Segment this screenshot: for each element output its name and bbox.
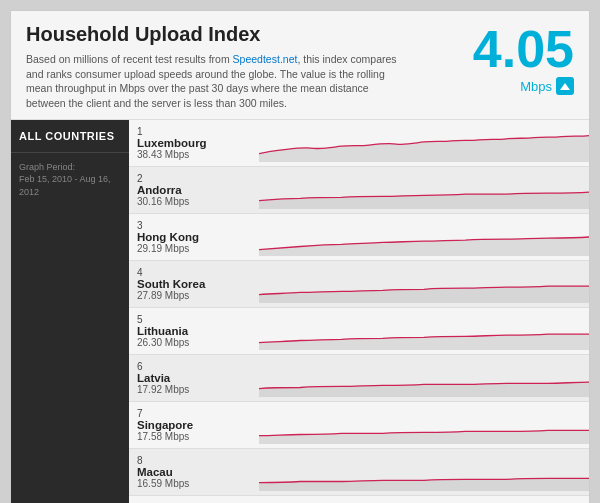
country-rank: 2: [137, 173, 251, 184]
country-speed: 30.16 Mbps: [137, 196, 251, 207]
speed-chart: [259, 124, 589, 162]
main-container: Household Upload Index Based on millions…: [10, 10, 590, 503]
speed-chart: [259, 265, 589, 303]
country-name: Hong Kong: [137, 231, 251, 243]
table-row[interactable]: 4South Korea27.89 Mbps: [129, 261, 589, 308]
countries-list: 1Luxembourg38.43 Mbps2Andorra30.16 Mbps3…: [129, 120, 589, 503]
country-rank: 8: [137, 455, 251, 466]
graph-period: Graph Period: Feb 15, 2010 - Aug 16, 201…: [11, 153, 129, 207]
speed-chart: [259, 218, 589, 256]
country-info: 6Latvia17.92 Mbps: [129, 355, 259, 401]
country-name: Singapore: [137, 419, 251, 431]
country-rank: 5: [137, 314, 251, 325]
country-name: Macau: [137, 466, 251, 478]
sidebar: ALL COUNTRIES Graph Period: Feb 15, 2010…: [11, 120, 129, 503]
country-speed: 26.30 Mbps: [137, 337, 251, 348]
speedtest-link[interactable]: Speedtest.net: [233, 53, 298, 65]
table-row[interactable]: 1Luxembourg38.43 Mbps: [129, 120, 589, 167]
country-rank: 1: [137, 126, 251, 137]
speed-chart: [259, 171, 589, 209]
all-countries-button[interactable]: ALL COUNTRIES: [11, 120, 129, 153]
country-speed: 16.59 Mbps: [137, 478, 251, 489]
speed-display: 4.05 Mbps: [463, 23, 574, 95]
country-name: Lithuania: [137, 325, 251, 337]
country-speed: 17.92 Mbps: [137, 384, 251, 395]
table-row[interactable]: 8Macau16.59 Mbps: [129, 449, 589, 496]
speed-chart: [259, 359, 589, 397]
content-area: ALL COUNTRIES Graph Period: Feb 15, 2010…: [11, 120, 589, 503]
header: Household Upload Index Based on millions…: [11, 11, 589, 120]
country-info: 9Japan14.92 Mbps: [129, 496, 259, 503]
country-rank: 3: [137, 220, 251, 231]
page-title: Household Upload Index: [26, 23, 463, 46]
country-info: 8Macau16.59 Mbps: [129, 449, 259, 495]
country-info: 2Andorra30.16 Mbps: [129, 167, 259, 213]
country-rank: 4: [137, 267, 251, 278]
country-info: 4South Korea27.89 Mbps: [129, 261, 259, 307]
country-rank: 7: [137, 408, 251, 419]
header-left: Household Upload Index Based on millions…: [26, 23, 463, 111]
country-speed: 38.43 Mbps: [137, 149, 251, 160]
country-speed: 29.19 Mbps: [137, 243, 251, 254]
speed-value: 4.05: [473, 23, 574, 75]
country-speed: 17.58 Mbps: [137, 431, 251, 442]
table-row[interactable]: 6Latvia17.92 Mbps: [129, 355, 589, 402]
table-row[interactable]: 9Japan14.92 Mbps: [129, 496, 589, 503]
country-rank: 6: [137, 361, 251, 372]
country-info: 5Lithuania26.30 Mbps: [129, 308, 259, 354]
graph-period-value: Feb 15, 2010 - Aug 16, 2012: [19, 174, 111, 197]
speed-chart: [259, 312, 589, 350]
table-row[interactable]: 7Singapore17.58 Mbps: [129, 402, 589, 449]
speed-chart: [259, 453, 589, 491]
table-row[interactable]: 2Andorra30.16 Mbps: [129, 167, 589, 214]
country-info: 3Hong Kong29.19 Mbps: [129, 214, 259, 260]
country-name: Latvia: [137, 372, 251, 384]
table-row[interactable]: 3Hong Kong29.19 Mbps: [129, 214, 589, 261]
country-info: 7Singapore17.58 Mbps: [129, 402, 259, 448]
table-row[interactable]: 5Lithuania26.30 Mbps: [129, 308, 589, 355]
country-name: Luxembourg: [137, 137, 251, 149]
country-info: 1Luxembourg38.43 Mbps: [129, 120, 259, 166]
country-name: South Korea: [137, 278, 251, 290]
speed-unit: Mbps: [473, 77, 574, 95]
country-speed: 27.89 Mbps: [137, 290, 251, 301]
country-name: Andorra: [137, 184, 251, 196]
speed-chart: [259, 406, 589, 444]
graph-period-label: Graph Period:: [19, 162, 75, 172]
header-description: Based on millions of recent test results…: [26, 52, 406, 111]
upload-icon: [556, 77, 574, 95]
